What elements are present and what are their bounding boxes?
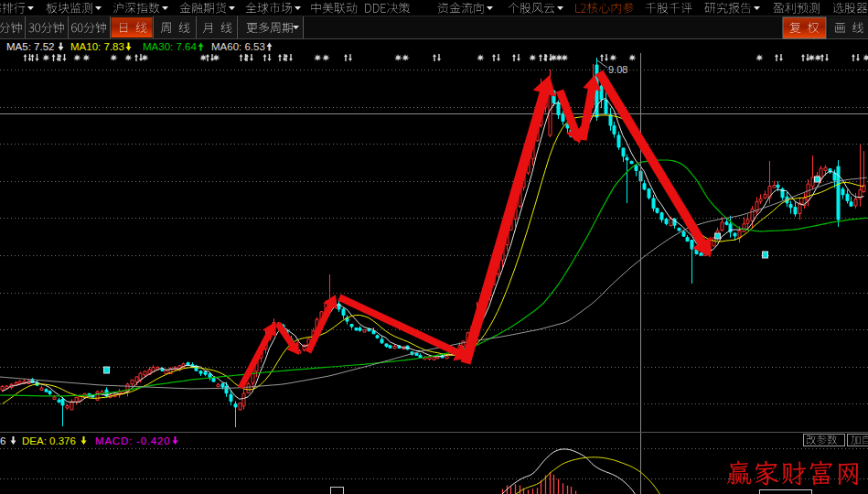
svg-text:MA5: 7.52: MA5: 7.52 — [6, 41, 54, 52]
svg-text:MA10: 7.83: MA10: 7.83 — [70, 41, 124, 52]
svg-text:DEA: 0.376: DEA: 0.376 — [22, 435, 76, 446]
svg-text:MA60: 6.53: MA60: 6.53 — [211, 41, 265, 52]
svg-text:MA30: 7.64: MA30: 7.64 — [143, 41, 197, 52]
svg-text:6: 6 — [0, 435, 5, 446]
svg-text:9.08: 9.08 — [608, 64, 627, 75]
svg-text:MACD: -0.420: MACD: -0.420 — [95, 435, 170, 446]
